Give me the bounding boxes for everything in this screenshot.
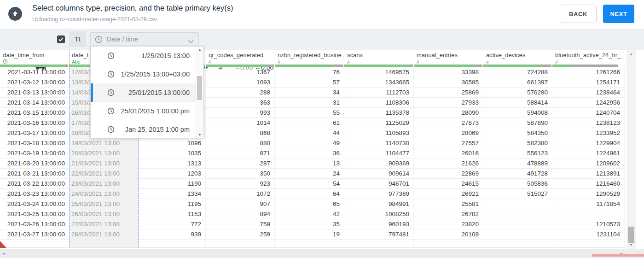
table-cell: 1210573 (552, 219, 625, 229)
table-cell: 25/03/2021 13:00 (69, 199, 138, 209)
back-button[interactable]: BACK (560, 5, 597, 23)
table-cell: 1203 (138, 169, 206, 178)
table-cell: 984991 (344, 199, 414, 209)
vertical-scrollbar[interactable]: ▴ ▾ (627, 50, 636, 249)
table-cell: 946701 (344, 179, 414, 188)
dropdown-scroll-up-icon[interactable]: ▴ (196, 47, 203, 52)
table-cell: 20109 (414, 229, 483, 239)
table-row: 2021-03-20 13:00:0021/03/2021 13:0013132… (0, 158, 625, 169)
text-type-button[interactable]: Tt (69, 31, 86, 47)
datetime-format-select[interactable]: Date / time (90, 32, 199, 46)
table-cell: 1224961 (552, 148, 625, 158)
table-cell: 27/03/2021 13:00 (69, 219, 138, 229)
table-cell: 478889 (483, 158, 552, 168)
table-cell: 1469575 (344, 67, 414, 77)
column-header-active_devices[interactable]: active_devices# (483, 50, 552, 67)
scroll-up-icon[interactable]: ▴ (627, 52, 636, 56)
page-header: Select columns type, precision, and the … (0, 0, 644, 29)
table-row: 2021-03-22 13:00:0023/03/2021 13:0011909… (0, 179, 625, 189)
table-cell: 24615 (414, 179, 483, 188)
table-cell: 24/03/2021 13:00 (69, 189, 138, 199)
empty-cell (69, 240, 138, 247)
page-title: Select columns type, precision, and the … (32, 4, 233, 12)
table-cell: 2021-03-14 13:00:00 (0, 98, 69, 107)
table-cell: 27873 (414, 118, 483, 128)
table-cell: 2021-03-24 13:00:00 (0, 199, 69, 209)
table-cell: 661397 (483, 77, 552, 87)
column-header-manual_entries[interactable]: manual_entries# (414, 50, 483, 67)
table-cell: 363 (206, 98, 275, 107)
page-subtitle: Uploading nz-covid-tracer-usage-2021-03-… (32, 16, 157, 23)
column-name: nzbn_registered_busine (278, 52, 342, 59)
column-header-date_time_from[interactable]: date_time_from (0, 50, 69, 67)
table-cell: 772 (138, 219, 206, 229)
table-cell: 55 (275, 108, 344, 117)
column-header-bluetooth_active_24_hr_[interactable]: bluetooth_active_24_hr_# (552, 50, 625, 67)
table-cell: 2021-03-15 13:00:00 (0, 108, 69, 117)
empty-cell (414, 240, 483, 247)
column-header-scans[interactable]: scans# (344, 50, 414, 67)
table-cell: 894 (206, 209, 275, 219)
table-cell: 35 (275, 219, 344, 229)
table-cell: 21626 (414, 158, 483, 168)
table-cell: 909369 (344, 158, 414, 168)
table-cell: 1035 (138, 148, 206, 158)
table-cell: 36 (275, 148, 344, 158)
column-name: manual_entries (417, 52, 458, 59)
table-cell: 22/03/2021 13:00 (69, 169, 138, 178)
table-row: 2021-03-18 13:00:0019/03/2021 13:0010968… (0, 138, 625, 148)
next-button[interactable]: NEXT (603, 5, 634, 23)
vertical-scroll-thumb[interactable] (628, 227, 634, 243)
empty-cell (0, 240, 69, 247)
chevron-down-icon (188, 37, 194, 46)
table-cell: 30585 (414, 77, 483, 87)
column-header-qr_codes_generated[interactable]: qr_codes_generated# (206, 50, 275, 67)
table-cell: 25581 (414, 199, 483, 209)
dropdown-scroll-thumb[interactable] (197, 76, 202, 100)
table-cell: 44 (275, 128, 344, 138)
table-cell: 724288 (483, 67, 552, 77)
table-cell: 2021-03-16 13:00:00 (0, 118, 69, 128)
table-cell: 21/03/2021 13:00 (69, 158, 138, 168)
column-name: bluetooth_active_24_hr_ (555, 52, 621, 59)
format-option-label: Jan 25, 2015 1:00 pm (125, 126, 190, 133)
format-option[interactable]: 25/01/2015 1:00:00 pm (91, 102, 203, 120)
table-cell: 1213891 (552, 169, 625, 178)
scroll-down-icon[interactable]: ▾ (627, 242, 636, 247)
format-option[interactable]: 1/25/2015 13:00+03:00 (91, 65, 203, 83)
format-option[interactable]: 25/01/2015 13:00:00 (91, 83, 203, 102)
horizontal-scrollbar[interactable]: ◂ ▸ (0, 249, 644, 258)
format-option-label: 1/25/2015 13:00+03:00 (121, 70, 190, 78)
dropdown-scroll-down-icon[interactable]: ▾ (196, 133, 203, 137)
table-cell: 1261266 (552, 67, 625, 77)
format-option[interactable]: 1/25/2015 13:00 (91, 47, 203, 65)
clock-icon (107, 89, 115, 98)
table-cell: 2021-03-11 13:00:00 (0, 67, 69, 77)
format-option[interactable]: Jan 25, 2015 1:00 pm (91, 120, 203, 139)
column-name: date_time_from (3, 52, 44, 59)
table-cell: 2021-03-13 13:00:00 (0, 88, 69, 97)
table-cell: 1093 (206, 77, 275, 87)
table-cell: 1238464 (552, 88, 625, 97)
table-cell: 2021-03-17 13:00:00 (0, 128, 69, 138)
dropdown-scrollbar[interactable]: ▴▾ (196, 47, 203, 138)
empty-cell (138, 240, 206, 247)
number-type-badge: # (486, 59, 489, 64)
table-cell: 19/03/2021 13:00 (69, 138, 138, 148)
table-cell: 1343665 (344, 77, 414, 87)
column-name: scans (347, 52, 363, 59)
table-row: 2021-03-21 13:00:0022/03/2021 13:0012033… (0, 169, 625, 179)
toolbar-checkbox[interactable] (57, 35, 65, 43)
table-cell: 1240704 (552, 108, 625, 117)
table-cell: 2021-03-25 13:00:00 (0, 209, 69, 219)
table-cell: 587890 (483, 118, 552, 128)
table-cell: 1125029 (344, 118, 414, 128)
table-cell: 1135378 (344, 108, 414, 117)
table-cell (483, 229, 552, 239)
table-cell: 2021-03-22 13:00:00 (0, 179, 69, 188)
table-cell: 1231104 (552, 229, 625, 239)
scroll-left-icon[interactable]: ◂ (2, 251, 5, 256)
table-cell: 2021-03-23 13:00:00 (0, 189, 69, 199)
table-cell: 65 (275, 199, 344, 209)
column-header-nzbn_registered_busine[interactable]: nzbn_registered_busine# (275, 50, 344, 67)
